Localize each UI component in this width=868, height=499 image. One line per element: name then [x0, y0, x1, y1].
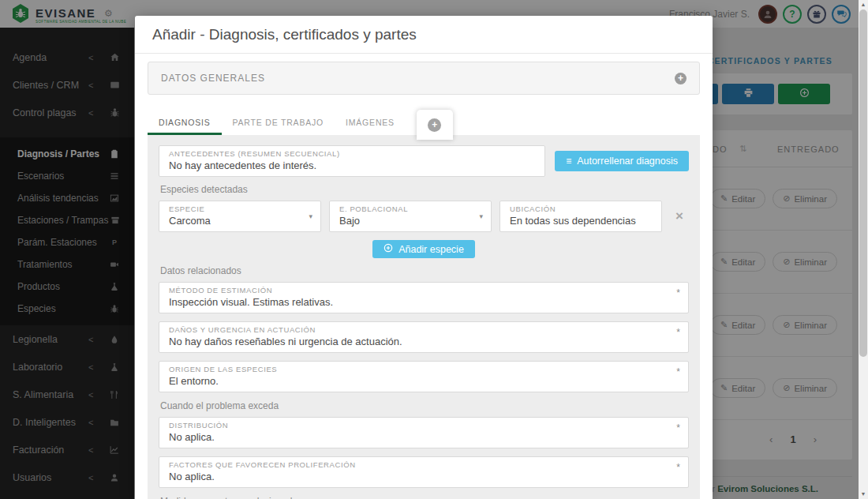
modal-add-diagnosis: Añadir - Diagnosis, certificados y parte… [135, 16, 713, 499]
add-tab-button[interactable]: + [417, 110, 453, 140]
tab-bar: DIAGNOSIS PARTE DE TRABAJO IMÁGENES + [148, 105, 700, 135]
section-datos-relacionados: Datos relacionados [160, 265, 687, 276]
required-marker: * [676, 287, 680, 298]
required-marker: * [676, 366, 680, 377]
page-scrollbar[interactable]: ▲ ▼ [859, 0, 868, 499]
datos-generales-panel-header[interactable]: DATOS GENERALES + [148, 62, 700, 95]
required-marker: * [676, 422, 680, 433]
modal-header: Añadir - Diagnosis, certificados y parte… [135, 16, 713, 54]
danos-urgencia-field[interactable]: * DAÑOS Y URGENCIA EN ACTUACIÓN No hay d… [159, 321, 689, 353]
menu-lines-icon: ≡ [566, 156, 571, 167]
tab-imagenes[interactable]: IMÁGENES [335, 111, 406, 135]
especie-select[interactable]: ESPECIE Carcoma ▾ [159, 201, 321, 232]
scrollbar-thumb[interactable] [859, 9, 867, 357]
required-marker: * [676, 327, 680, 338]
antecedentes-field[interactable]: ANTECEDENTES (RESUMEN SECUENCIAL) No hay… [159, 145, 545, 177]
chevron-down-icon: ▾ [479, 212, 483, 220]
autofill-diagnosis-button[interactable]: ≡ Autorrellenar diagnosis [555, 151, 689, 171]
expand-panel-icon[interactable]: + [675, 73, 687, 84]
poblacional-select[interactable]: E. POBLACIONAL Bajo ▾ [329, 201, 492, 232]
diagnosis-tab-content: ANTECEDENTES (RESUMEN SECUENCIAL) No hay… [148, 135, 700, 499]
metodo-estimacion-field[interactable]: * MÉTODO DE ESTIMACIÓN Inspección visual… [159, 282, 689, 313]
factores-proliferacion-field[interactable]: * FACTORES QUE FAVORECEN PROLIFERACIÓN N… [159, 456, 689, 488]
plus-circle-icon [383, 243, 393, 255]
origen-especies-field[interactable]: * ORIGEN DE LAS ESPECIES El entorno. [159, 361, 689, 392]
tab-parte-de-trabajo[interactable]: PARTE DE TRABAJO [222, 111, 335, 135]
scrollbar-up-arrow[interactable]: ▲ [859, 0, 868, 9]
section-medidas-correctoras: Medidas correctoras relacionadas [160, 496, 687, 499]
add-species-button[interactable]: Añadir especie [372, 240, 475, 258]
section-problema-exceda: Cuando el problema exceda [160, 400, 687, 411]
chevron-down-icon: ▾ [309, 212, 312, 220]
section-especies-detectadas: Especies detectadas [160, 184, 687, 195]
distribucion-field[interactable]: * DISTRIBUCIÓN No aplica. [159, 417, 689, 448]
ubicacion-field[interactable]: UBICACIÓN En todas sus dependencias [499, 201, 662, 232]
plus-icon: + [428, 118, 441, 132]
scrollbar-down-arrow[interactable]: ▼ [859, 490, 868, 499]
required-marker: * [676, 462, 680, 473]
remove-species-button[interactable]: × [670, 201, 689, 232]
modal-title: Añadir - Diagnosis, certificados y parte… [152, 26, 695, 43]
tab-diagnosis[interactable]: DIAGNOSIS [148, 111, 222, 135]
